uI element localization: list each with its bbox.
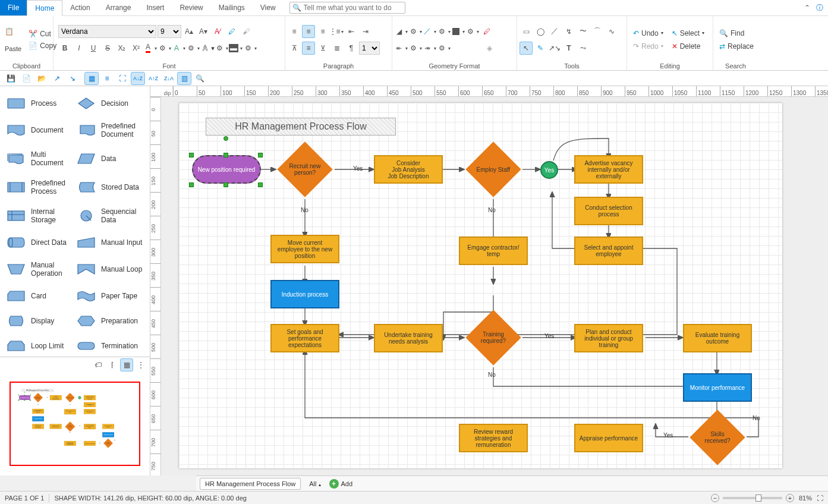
- tab-insert[interactable]: Insert: [138, 0, 172, 15]
- autosize-icon[interactable]: ⛶: [115, 72, 130, 85]
- arrow-start-more[interactable]: ⚙: [409, 42, 422, 55]
- palette-manual-input[interactable]: Manual Input: [75, 230, 145, 255]
- grid-icon[interactable]: ▦: [84, 72, 99, 85]
- outline-more[interactable]: ⚙: [215, 42, 228, 55]
- justify-button[interactable]: ≣: [330, 42, 344, 55]
- arrow-end-more[interactable]: ⚙: [437, 42, 451, 55]
- palette-decision[interactable]: Decision: [75, 91, 145, 116]
- canvas[interactable]: HR Management Process Flow New position …: [161, 97, 828, 475]
- zoom-icon[interactable]: 🔍: [193, 72, 207, 85]
- align-right-button[interactable]: ≡: [316, 25, 329, 38]
- palette-stored-data[interactable]: Stored Data: [75, 173, 145, 201]
- shape-yes-circle[interactable]: Yes: [540, 161, 558, 179]
- shape-consider[interactable]: Consider Job Analysis Job Description: [374, 155, 443, 184]
- diagram-title[interactable]: HR Management Process Flow: [206, 118, 396, 136]
- palette-document[interactable]: Document: [5, 116, 75, 144]
- palette-sequencial-data[interactable]: Sequencial Data: [75, 201, 145, 230]
- diagram-title[interactable]: HR Management Process Flow: [21, 389, 53, 392]
- bullets-button[interactable]: ⋮≡: [330, 25, 344, 38]
- shape-training-decision[interactable]: Training required?: [65, 421, 75, 431]
- arrow-start-button[interactable]: ↞: [395, 42, 408, 55]
- ruler-icon[interactable]: ▥: [177, 72, 191, 85]
- rect-tool[interactable]: ▭: [520, 25, 533, 38]
- shape-recruit-decision[interactable]: Recruit new person?: [33, 393, 43, 402]
- tab-home[interactable]: Home: [27, 0, 62, 16]
- outline-button[interactable]: A: [201, 42, 214, 55]
- palette-internal-storage[interactable]: Internal Storage: [5, 201, 75, 230]
- format-painter-button[interactable]: 🖌: [240, 25, 253, 38]
- page-thumbnail[interactable]: HR Management Process Flow New position …: [10, 382, 140, 466]
- shape-induction[interactable]: Induction process: [32, 417, 44, 421]
- font-size-select[interactable]: 9: [158, 25, 181, 38]
- line-button[interactable]: ／: [423, 25, 436, 38]
- shrink-font-button[interactable]: A▾: [197, 25, 210, 38]
- add-page-button[interactable]: +Add: [329, 479, 353, 489]
- clear-geometry-button[interactable]: ◈: [483, 42, 496, 55]
- help-icon[interactable]: ⓘ: [816, 3, 823, 13]
- undo-button[interactable]: ↶Undo▾: [629, 28, 667, 39]
- palette-more-icon[interactable]: ⋮: [134, 358, 147, 371]
- shape-advertise[interactable]: Advertise vacancy internally and/or exte…: [84, 395, 96, 400]
- palette-card[interactable]: Card: [5, 284, 75, 308]
- shape-conduct[interactable]: Conduct selection process: [84, 402, 96, 407]
- shading-button[interactable]: ▬: [229, 42, 243, 55]
- shape-yes-circle[interactable]: Yes: [78, 396, 81, 399]
- page-tab-all[interactable]: All ▴: [304, 478, 325, 489]
- font-family-select[interactable]: Verdana: [58, 25, 156, 38]
- pan-tool[interactable]: ↗↘: [548, 42, 561, 55]
- new-icon[interactable]: 📄: [19, 72, 33, 85]
- polyline-tool[interactable]: ↯: [562, 25, 575, 38]
- shape-select[interactable]: Select and appoint employee: [574, 237, 643, 265]
- underline-button[interactable]: U: [87, 42, 100, 55]
- text-effects-button[interactable]: A: [172, 42, 185, 55]
- redo-button[interactable]: ↷Redo▾: [629, 41, 667, 52]
- valign-bottom-button[interactable]: ⊻: [316, 42, 329, 55]
- shape-fill-button[interactable]: [452, 25, 465, 38]
- paragraph-mark-button[interactable]: ¶: [345, 42, 358, 55]
- shape-employ-decision[interactable]: Employ Staff: [465, 141, 521, 197]
- collapse-ribbon-icon[interactable]: ⌃: [804, 4, 810, 12]
- delete-button[interactable]: ✕Delete: [668, 41, 704, 52]
- align-center-button[interactable]: ≡: [302, 25, 315, 38]
- arc-tool[interactable]: ⌒: [591, 25, 604, 38]
- strike-button[interactable]: S: [101, 42, 114, 55]
- line-more[interactable]: ⚙: [437, 25, 451, 38]
- replace-button[interactable]: ⇄Replace: [716, 41, 757, 52]
- page-tab-active[interactable]: HR Management Process Flow: [200, 478, 301, 490]
- palette-predefined-process[interactable]: Predefined Process: [5, 173, 75, 201]
- bold-button[interactable]: B: [58, 42, 71, 55]
- zoom-slider[interactable]: [723, 497, 782, 499]
- shape-goals[interactable]: Set goals and performance expectations: [270, 324, 339, 352]
- font-color-more[interactable]: ⚙: [158, 42, 171, 55]
- tab-mailings[interactable]: Mailings: [211, 0, 253, 15]
- valign-middle-button[interactable]: ≡: [302, 42, 315, 55]
- palette-display[interactable]: Display: [5, 308, 75, 333]
- text-tool[interactable]: T: [562, 42, 575, 55]
- shape-skills-decision[interactable]: Skills received?: [103, 439, 113, 448]
- arrow-end-button[interactable]: ↠: [423, 42, 436, 55]
- tab-action[interactable]: Action: [62, 0, 97, 15]
- shape-training-decision[interactable]: Training required?: [465, 310, 521, 365]
- fill-more[interactable]: ⚙: [409, 25, 422, 38]
- ribbon-search-input[interactable]: [304, 4, 402, 12]
- palette-direct-data[interactable]: Direct Data: [5, 230, 75, 255]
- shape-monitor[interactable]: Monitor performance: [102, 432, 114, 437]
- palette-predefined-document[interactable]: Predefined Document: [75, 116, 145, 144]
- valign-top-button[interactable]: ⊼: [288, 42, 301, 55]
- list-icon[interactable]: ≡: [100, 72, 114, 85]
- shape-undertake[interactable]: Undertake training needs analysis: [374, 324, 443, 352]
- shape-recruit-decision[interactable]: Recruit new person?: [277, 141, 332, 197]
- font-color-button[interactable]: A: [144, 42, 157, 55]
- edit-tool[interactable]: ✎: [534, 42, 547, 55]
- shape-goals[interactable]: Set goals and performance expectations: [32, 424, 44, 429]
- shape-appraise[interactable]: Appraise performance: [574, 424, 643, 452]
- edit-geometry-button[interactable]: 🖊: [480, 25, 493, 38]
- tab-file[interactable]: File: [0, 0, 27, 15]
- palette-grid-icon[interactable]: ▦: [120, 358, 133, 371]
- line-tool[interactable]: ／: [548, 25, 561, 38]
- find-button[interactable]: 🔍Find: [716, 28, 757, 39]
- shape-plan[interactable]: Plan and conduct individual or group tra…: [574, 324, 643, 352]
- shape-conduct[interactable]: Conduct selection process: [574, 197, 643, 225]
- align-left-button[interactable]: ≡: [288, 25, 301, 38]
- palette-tree-icon[interactable]: ⌈: [106, 358, 119, 371]
